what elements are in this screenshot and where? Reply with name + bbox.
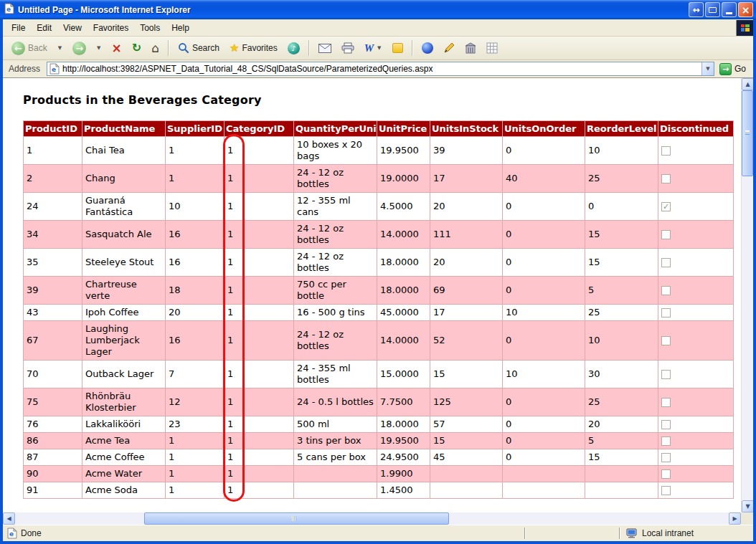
table-cell: 12 - 355 ml cans [294, 193, 377, 221]
table-cell: 16 [166, 321, 225, 361]
back-label: Back [28, 43, 47, 53]
media-icon: ♪ [288, 42, 300, 54]
table-cell: 10 [503, 361, 585, 388]
table-cell [658, 305, 734, 321]
table-cell: 25 [585, 388, 658, 416]
table-cell: 10 [503, 305, 585, 321]
table-cell: 86 [24, 433, 82, 449]
menu-item-file[interactable]: File [6, 21, 31, 35]
table-cell [294, 482, 377, 499]
scroll-right-button[interactable]: ▶ [729, 512, 741, 525]
forward-dropdown[interactable]: ▼ [92, 42, 105, 54]
vertical-scrollbar[interactable]: ▲ ▼ [741, 78, 753, 512]
table-cell: 17 [430, 305, 503, 321]
discontinued-checkbox [661, 486, 671, 495]
menu-item-tools[interactable]: Tools [134, 21, 166, 35]
scroll-down-button[interactable]: ▼ [742, 500, 753, 512]
minimize-icon [726, 12, 732, 14]
table-cell: 1 [225, 221, 294, 249]
stop-button[interactable]: × [107, 39, 126, 57]
home-button[interactable]: ⌂ [147, 39, 164, 57]
table-cell: Chartreuse verte [82, 277, 166, 305]
menu-item-favorites[interactable]: Favorites [88, 21, 134, 35]
back-button[interactable]: ← Back [7, 39, 52, 58]
forward-button[interactable]: → [68, 39, 90, 58]
table-cell: 5 cans per box [294, 449, 377, 466]
table-cell [658, 416, 734, 433]
toolbar-separator [308, 40, 310, 56]
scroll-up-button[interactable]: ▲ [742, 78, 753, 90]
window-minimize-button[interactable] [722, 2, 737, 17]
messenger-button[interactable] [417, 39, 438, 57]
table-cell: Acme Coffee [82, 449, 166, 466]
table-row: 34Sasquatch Ale16124 - 12 oz bottles14.0… [24, 221, 734, 249]
toolbar-separator [168, 40, 169, 56]
status-middle-pane [526, 525, 619, 541]
menu-bar: File Edit View Favorites Tools Help [3, 19, 753, 37]
table-cell: 1 [225, 165, 294, 193]
table-cell: 14.0000 [377, 221, 430, 249]
address-dropdown-button[interactable]: ▼ [701, 62, 714, 75]
main-area: Products in the Beverages Category Produ… [3, 78, 753, 512]
table-row: 67Laughing Lumberjack Lager16124 - 12 oz… [24, 321, 734, 361]
table-cell: 15 [585, 449, 658, 466]
back-dropdown[interactable]: ▼ [53, 42, 67, 54]
edit-with-word-button[interactable]: W ▼ [360, 40, 387, 57]
table-cell: 17 [430, 165, 503, 193]
table-cell: 1 [225, 137, 294, 165]
vertical-scrollbar-thumb[interactable] [742, 90, 753, 176]
search-button[interactable]: Search [174, 39, 224, 57]
address-input[interactable]: e http://localhost:3982/ASPNET_Data_Tuto… [47, 62, 714, 76]
horizontal-scrollbar-thumb[interactable] [144, 512, 449, 525]
discuss-icon [392, 43, 403, 53]
vertical-scroll-track[interactable] [742, 90, 753, 500]
menu-item-help[interactable]: Help [166, 21, 195, 35]
monitor-icon [709, 7, 717, 13]
svg-text:e: e [6, 6, 11, 13]
horizontal-scrollbar-row: ◀ ▶ [3, 512, 753, 525]
menu-item-view[interactable]: View [57, 21, 88, 35]
discontinued-checkbox [661, 174, 671, 183]
table-cell: 1.4500 [377, 482, 430, 499]
research-button[interactable] [460, 39, 481, 57]
address-url: http://localhost:3982/ASPNET_Data_Tutori… [62, 64, 699, 74]
table-cell: 0 [503, 193, 585, 221]
pencil-icon [443, 42, 455, 54]
address-bar: Address e http://localhost:3982/ASPNET_D… [3, 60, 753, 78]
table-cell [658, 388, 734, 416]
discuss-button[interactable] [388, 40, 407, 56]
mail-button[interactable] [314, 41, 336, 56]
discontinued-checkbox [661, 453, 671, 462]
products-table-header-row: ProductIDProductNameSupplierIDCategoryID… [24, 121, 734, 137]
edit-page-button[interactable] [439, 39, 459, 57]
table-cell: Sasquatch Ale [82, 221, 166, 249]
table-cell: 1 [166, 433, 225, 449]
grid-tool-button[interactable] [482, 39, 502, 57]
refresh-button[interactable]: ↻ [128, 39, 146, 57]
go-button[interactable]: → Go [718, 63, 750, 75]
table-cell [430, 466, 503, 482]
horizontal-scrollbar[interactable]: ◀ ▶ [3, 512, 741, 525]
chevron-down-icon: ▼ [705, 66, 710, 72]
table-row: 76Lakkalikööri231500 ml18.000057020 [24, 416, 734, 433]
menu-item-edit[interactable]: Edit [31, 21, 57, 35]
print-button[interactable] [337, 39, 359, 57]
computer-icon [626, 528, 638, 538]
chevron-down-icon: ▼ [96, 45, 101, 51]
table-cell: 34 [24, 221, 82, 249]
favorites-button[interactable]: ★ Favorites [225, 40, 282, 57]
table-row: 2Chang1124 - 12 oz bottles19.0000174025 [24, 165, 734, 193]
horizontal-scroll-track[interactable] [15, 512, 729, 525]
media-button[interactable]: ♪ [283, 39, 304, 57]
window-arrows-button[interactable]: ↔ [689, 2, 704, 17]
table-cell [658, 361, 734, 388]
table-cell: Laughing Lumberjack Lager [82, 321, 166, 361]
home-icon: ⌂ [151, 42, 159, 54]
table-cell: 0 [585, 193, 658, 221]
table-cell: 15 [585, 221, 658, 249]
refresh-icon: ↻ [132, 42, 141, 54]
table-cell: 90 [24, 466, 82, 482]
scroll-left-button[interactable]: ◀ [3, 512, 15, 525]
window-close-button[interactable]: × [738, 2, 753, 17]
window-monitor-button[interactable] [705, 2, 720, 17]
